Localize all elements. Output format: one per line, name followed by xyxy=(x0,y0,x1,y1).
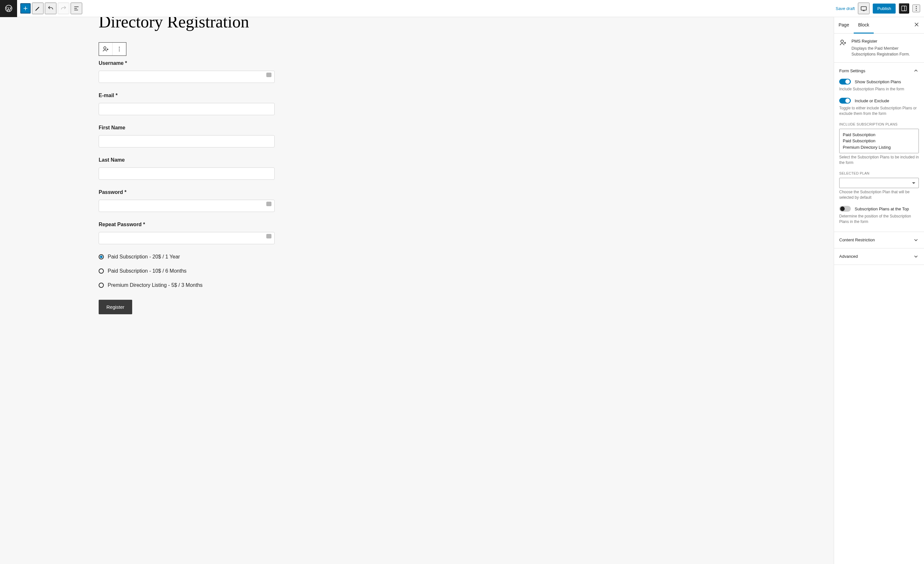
svg-point-9 xyxy=(119,51,120,52)
svg-point-7 xyxy=(119,47,120,48)
save-draft-button[interactable]: Save draft xyxy=(836,6,855,11)
email-label: E-mail * xyxy=(99,93,274,98)
panel-header-form-settings[interactable]: Form Settings xyxy=(834,63,924,79)
panel-header-advanced[interactable]: Advanced xyxy=(834,248,924,265)
registration-form: Username * E-mail * First Name Last Name… xyxy=(99,31,274,314)
list-item[interactable]: Premium Directory Listing xyxy=(843,144,915,151)
include-plans-list[interactable]: Paid Subscription Paid Subscription Prem… xyxy=(839,129,919,153)
settings-sidebar: Page Block PMS Register Displays the Pai… xyxy=(834,17,924,564)
help-text: Determine the position of the Subscripti… xyxy=(839,214,919,224)
sidebar-tabs: Page Block xyxy=(834,17,924,33)
radio-icon xyxy=(99,254,104,259)
editor-canvas: Directory Registration Username * E-mail… xyxy=(0,17,834,564)
svg-point-5 xyxy=(916,10,917,11)
chevron-down-icon xyxy=(913,237,919,243)
plan-option[interactable]: Paid Subscription - 20$ / 1 Year xyxy=(99,254,274,260)
password-input[interactable] xyxy=(99,200,274,212)
document-overview-icon[interactable] xyxy=(70,3,82,14)
undo-icon[interactable] xyxy=(45,3,56,14)
plan-label: Paid Subscription - 20$ / 1 Year xyxy=(108,254,180,260)
block-name: PMS Register xyxy=(852,39,919,44)
settings-panel-button[interactable] xyxy=(899,3,909,14)
list-item[interactable]: Paid Subscription xyxy=(843,138,915,144)
tab-block[interactable]: Block xyxy=(854,17,874,33)
last-name-input[interactable] xyxy=(99,167,274,180)
svg-point-6 xyxy=(104,47,106,49)
svg-rect-1 xyxy=(861,7,867,11)
first-name-input[interactable] xyxy=(99,135,274,147)
wordpress-logo-icon[interactable] xyxy=(0,0,17,17)
toggle-include-exclude[interactable] xyxy=(839,98,851,104)
list-item[interactable]: Paid Subscription xyxy=(843,132,915,138)
help-text: Select the Subscription Plans to be incl… xyxy=(839,155,919,165)
plan-option[interactable]: Paid Subscription - 10$ / 6 Months xyxy=(99,268,274,274)
input-suggestions-icon xyxy=(266,72,272,77)
plan-label: Paid Subscription - 10$ / 6 Months xyxy=(108,268,187,274)
username-input[interactable] xyxy=(99,71,274,83)
panel-content-restriction: Content Restriction xyxy=(834,232,924,248)
close-sidebar-icon[interactable] xyxy=(909,17,924,33)
password-label: Password * xyxy=(99,190,274,195)
plan-option[interactable]: Premium Directory Listing - 5$ / 3 Month… xyxy=(99,282,274,288)
add-block-button[interactable] xyxy=(20,3,31,14)
redo-icon[interactable] xyxy=(58,3,69,14)
block-type-icon[interactable] xyxy=(99,42,112,56)
toggle-label: Subscription Plans at the Top xyxy=(855,206,909,211)
svg-point-3 xyxy=(916,6,917,7)
first-name-label: First Name xyxy=(99,125,274,131)
panel-header-content-restriction[interactable]: Content Restriction xyxy=(834,232,924,248)
selected-plan-select[interactable] xyxy=(839,178,919,188)
publish-button[interactable]: Publish xyxy=(873,3,896,14)
register-button[interactable]: Register xyxy=(99,300,132,314)
help-text: Choose the Subscription Plan that will b… xyxy=(839,190,919,200)
input-suggestions-icon xyxy=(266,202,272,206)
svg-rect-2 xyxy=(902,6,907,11)
right-tools: Save draft Publish xyxy=(836,3,924,14)
block-info: PMS Register Displays the Paid Member Su… xyxy=(834,33,924,63)
chevron-down-icon xyxy=(913,254,919,259)
toggle-label: Show Subscription Plans xyxy=(855,80,901,84)
svg-point-8 xyxy=(119,49,120,50)
selected-plan-label: Selected Plan xyxy=(839,171,919,175)
plan-label: Premium Directory Listing - 5$ / 3 Month… xyxy=(108,282,202,288)
include-plans-label: Include Subscription Plans xyxy=(839,122,919,126)
chevron-up-icon xyxy=(913,68,919,74)
radio-icon xyxy=(99,283,104,288)
help-text: Include Subscription Plans in the form xyxy=(839,86,919,92)
help-text: Toggle to either include Subscription Pl… xyxy=(839,105,919,116)
email-input[interactable] xyxy=(99,103,274,115)
more-options-icon[interactable] xyxy=(912,5,920,12)
radio-icon xyxy=(99,268,104,274)
toggle-plans-top[interactable] xyxy=(839,206,851,212)
last-name-label: Last Name xyxy=(99,157,274,163)
toggle-label: Include or Exclude xyxy=(855,98,889,103)
block-more-icon[interactable] xyxy=(112,42,126,56)
repeat-password-label: Repeat Password * xyxy=(99,222,274,227)
top-toolbar: Save draft Publish xyxy=(0,0,924,17)
edit-tool-icon[interactable] xyxy=(32,3,44,14)
pms-register-icon xyxy=(839,39,847,47)
tab-page[interactable]: Page xyxy=(834,17,854,33)
repeat-password-input[interactable] xyxy=(99,232,274,244)
block-description: Displays the Paid Member Subscriptions R… xyxy=(852,45,919,57)
panel-form-settings: Form Settings Show Subscription Plans In… xyxy=(834,63,924,232)
username-label: Username * xyxy=(99,60,274,66)
left-tools xyxy=(17,3,82,14)
svg-point-4 xyxy=(916,8,917,9)
page-title[interactable]: Directory Registration xyxy=(99,17,834,31)
svg-point-10 xyxy=(841,40,843,42)
preview-icon[interactable] xyxy=(858,3,870,14)
toggle-show-plans[interactable] xyxy=(839,79,851,84)
block-toolbar xyxy=(99,42,126,56)
panel-advanced: Advanced xyxy=(834,248,924,265)
input-suggestions-icon xyxy=(266,234,272,238)
